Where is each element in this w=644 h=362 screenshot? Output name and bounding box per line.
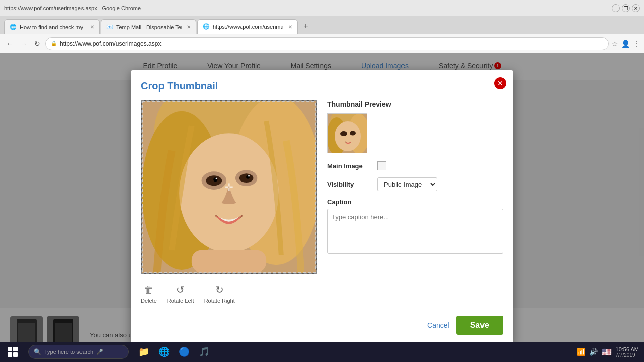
tab-favicon-3: 🌐 [203,23,210,30]
save-button[interactable]: Save [456,316,503,335]
modal-body: ✛ 🗑 Delete ↺ Rotate Left [141,100,503,308]
main-image-label: Main Image [327,162,372,170]
back-button[interactable]: ← [4,38,15,50]
svg-rect-13 [192,250,266,273]
tab-close-1[interactable]: ✕ [90,24,94,30]
url-input[interactable]: 🔒 https://www.pof.com/userimages.aspx [45,37,609,50]
thumbnail-preview-label: Thumbnail Preview [327,100,503,108]
crop-image-placeholder: ✛ [142,101,316,273]
menu-button[interactable]: ⋮ [633,40,640,48]
window-controls: — ❐ ✕ [612,4,640,12]
thumbnail-svg [328,114,367,153]
taskbar-app-explorer[interactable]: 📁 [135,343,153,361]
tabs-bar: 🌐 How to find and check my IP ad... ✕ 📧 … [0,16,644,34]
caption-textarea[interactable] [327,209,503,254]
taskbar-tray: 📶 🔊 🇺🇸 10:56 AM 7/7/2019 [572,346,644,358]
address-bar: ← → ↻ 🔒 https://www.pof.com/userimages.a… [0,34,644,53]
start-square-bl [8,352,12,357]
svg-point-12 [248,175,250,177]
edge-icon: 🌐 [158,346,170,357]
visibility-select[interactable]: Public Image Private Image Friends Only [377,177,437,191]
microphone-icon: 🎤 [96,349,103,355]
browser-tab-3[interactable]: 🌐 https://www.pof.com/userimage... ✕ [197,19,298,34]
chrome-icon: 🔵 [179,346,190,357]
caption-section: Caption [327,198,503,256]
forward-button[interactable]: → [18,38,29,50]
rotate-left-icon: ↺ [176,284,185,296]
tray-date: 7/7/2019 [616,352,639,358]
delete-label: Delete [141,298,157,304]
crop-thumbnail-modal: Crop Thumbnail ✕ [131,70,513,345]
browser-chrome: https://www.pof.com/userimages.aspx - Go… [0,0,644,53]
crop-image-container[interactable]: ✛ [141,100,317,274]
language-flag: 🇺🇸 [602,347,612,357]
delete-icon: 🗑 [144,284,154,296]
tray-clock: 10:56 AM 7/7/2019 [616,346,639,358]
svg-point-8 [239,173,254,183]
start-square-tr [13,347,18,351]
title-bar: https://www.pof.com/userimages.aspx - Go… [0,0,644,16]
volume-icon: 🔊 [589,348,598,356]
right-panel: Thumbnail Preview [327,100,503,308]
svg-point-19 [335,121,361,151]
start-square-tl [8,347,12,351]
start-button[interactable] [0,342,25,362]
profile-button[interactable]: 👤 [621,40,630,48]
minimize-button[interactable]: — [612,4,620,12]
page-background: Edit Profile View Your Profile Mail Sett… [0,53,644,362]
windows-icon [8,347,18,357]
delete-tool-button[interactable]: 🗑 Delete [141,284,157,304]
rotate-right-button[interactable]: ↻ Rotate Right [204,284,235,304]
tab-title-1: How to find and check my IP ad... [20,24,85,30]
tray-time: 10:56 AM [616,346,639,352]
taskbar-search-text: Type here to search [44,349,93,355]
visibility-row: Visibility Public Image Private Image Fr… [327,177,503,191]
bookmark-button[interactable]: ☆ [612,40,618,48]
rotate-right-label: Rotate Right [204,298,235,304]
taskbar-app-chrome[interactable]: 🔵 [175,343,193,361]
reload-button[interactable]: ↻ [32,38,42,50]
browser-title: https://www.pof.com/userimages.aspx - Go… [4,5,141,11]
tab-favicon-1: 🌐 [10,24,17,31]
address-icons: ☆ 👤 ⋮ [612,40,640,48]
crop-area: ✛ 🗑 Delete ↺ Rotate Left [141,100,317,308]
tab-close-3[interactable]: ✕ [288,24,292,30]
start-square-br [13,352,18,357]
svg-point-20 [340,131,347,136]
taskbar: 🔍 Type here to search 🎤 📁 🌐 🔵 🎵 📶 🔊 🇺🇸 1… [0,342,644,362]
visibility-label: Visibility [327,180,372,188]
svg-point-21 [350,131,356,136]
taskbar-app-winamp[interactable]: 🎵 [195,343,213,361]
modal-close-button[interactable]: ✕ [494,77,506,89]
caption-label: Caption [327,198,503,206]
rotate-left-label: Rotate Left [167,298,194,304]
network-icon: 📶 [577,348,585,356]
winamp-icon: 🎵 [199,346,210,357]
explorer-icon: 📁 [138,346,149,357]
url-text: https://www.pof.com/userimages.aspx [60,40,161,47]
browser-tab-1[interactable]: 🌐 How to find and check my IP ad... ✕ [4,19,100,34]
title-bar-left: https://www.pof.com/userimages.aspx - Go… [4,5,141,11]
tab-favicon-2: 📧 [106,24,113,31]
rotate-left-button[interactable]: ↺ Rotate Left [167,284,194,304]
tab-title-3: https://www.pof.com/userimage... [213,24,283,30]
main-image-row: Main Image [327,161,503,170]
modal-footer: Cancel Save [141,316,503,335]
rotate-right-icon: ↻ [215,284,224,296]
close-button[interactable]: ✕ [632,4,640,12]
svg-point-11 [216,178,217,179]
cancel-button[interactable]: Cancel [427,321,449,329]
lock-icon: 🔒 [51,41,57,46]
taskbar-apps: 📁 🌐 🔵 🎵 [135,343,213,361]
crop-toolbar: 🗑 Delete ↺ Rotate Left ↻ Rotate Right [141,280,317,308]
main-image-checkbox[interactable] [377,161,386,170]
thumbnail-preview-image [327,113,367,153]
modal-title: Crop Thumbnail [141,80,503,92]
taskbar-app-edge[interactable]: 🌐 [155,343,173,361]
browser-tab-2[interactable]: 📧 Temp Mail - Disposable Tempo... ✕ [101,19,196,34]
tab-close-2[interactable]: ✕ [187,24,191,30]
new-tab-button[interactable]: + [299,19,313,33]
taskbar-search[interactable]: 🔍 Type here to search 🎤 [28,345,129,359]
maximize-button[interactable]: ❐ [622,4,630,12]
tab-title-2: Temp Mail - Disposable Tempo... [116,24,182,30]
